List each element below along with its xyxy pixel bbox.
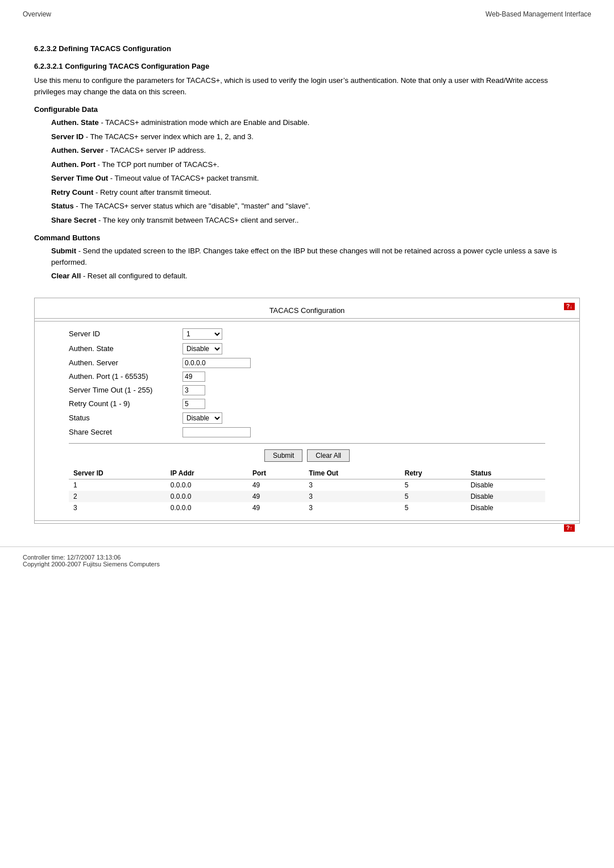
data-item-4-text: - Timeout value of TACACS+ packet transm… — [108, 174, 259, 182]
data-item-7: Share Secret - The key only transmit bet… — [51, 215, 580, 226]
th-port: Port — [248, 468, 304, 479]
table-cell: 3 — [304, 479, 400, 491]
table-cell: 0.0.0.0 — [166, 491, 248, 502]
table-cell: 49 — [248, 491, 304, 502]
th-time-out: Time Out — [304, 468, 400, 479]
command-item-1-bold: Clear All — [51, 272, 81, 280]
command-items-list: Submit - Send the updated screen to the … — [34, 245, 580, 282]
data-item-4-bold: Server Time Out — [51, 174, 108, 182]
form-row-server-timeout: Server Time Out (1 - 255) — [69, 385, 545, 395]
form-row-status: Status Disable Master Slave — [69, 412, 545, 424]
help-icon-bottom[interactable]: ?↑ — [564, 524, 575, 532]
label-authen-port: Authen. Port (1 - 65535) — [69, 372, 182, 381]
label-authen-server: Authen. Server — [69, 358, 182, 367]
table-cell: 5 — [400, 491, 466, 502]
th-server-id: Server ID — [69, 468, 166, 479]
data-item-7-text: - The key only transmit between TACACS+ … — [97, 216, 299, 224]
form-row-share-secret: Share Secret — [69, 427, 545, 437]
data-item-5-bold: Retry Count — [51, 188, 93, 197]
data-item-0: Authen. State - TACACS+ administration m… — [51, 117, 580, 128]
label-authen-state: Authen. State — [69, 344, 182, 353]
data-item-3-bold: Authen. Port — [51, 160, 96, 169]
form-row-authen-port: Authen. Port (1 - 65535) — [69, 372, 545, 382]
header-left: Overview — [23, 10, 51, 18]
input-retry-count[interactable] — [182, 399, 205, 409]
footer-area: Controller time: 12/7/2007 13:13:06 Copy… — [0, 546, 614, 574]
table-cell: Disable — [466, 479, 545, 491]
description-text: Use this menu to configure the parameter… — [34, 75, 580, 97]
table-row: 20.0.0.04935Disable — [69, 491, 545, 502]
config-form: Server ID 1 2 3 Authen. State Disable En… — [35, 322, 579, 520]
data-item-1: Server ID - The TACACS+ server index whi… — [51, 131, 580, 143]
table-cell: 1 — [69, 479, 166, 491]
th-status: Status — [466, 468, 545, 479]
table-cell: 3 — [304, 502, 400, 514]
data-item-1-bold: Server ID — [51, 132, 84, 141]
button-row: Submit Clear All — [69, 449, 545, 462]
data-items-list: Authen. State - TACACS+ administration m… — [34, 117, 580, 226]
table-cell: 5 — [400, 502, 466, 514]
data-item-5-text: - Retry count after transmit timeout. — [93, 188, 211, 197]
label-server-id: Server ID — [69, 329, 182, 338]
data-item-2-text: - TACACS+ server IP address. — [103, 146, 206, 155]
submit-button[interactable]: Submit — [264, 449, 302, 462]
page-header: Overview Web-Based Management Interface — [0, 0, 614, 23]
command-item-0-bold: Submit — [51, 247, 76, 255]
command-item-0: Submit - Send the updated screen to the … — [51, 245, 580, 268]
table-cell: 5 — [400, 479, 466, 491]
table-cell: 3 — [69, 502, 166, 514]
input-authen-server[interactable] — [182, 358, 251, 368]
data-item-5: Retry Count - Retry count after transmit… — [51, 187, 580, 198]
command-item-0-text: - Send the updated screen to the IBP. Ch… — [51, 247, 557, 266]
command-item-1-text: - Reset all configured to default. — [81, 272, 187, 280]
table-cell: 2 — [69, 491, 166, 502]
input-server-timeout[interactable] — [182, 385, 205, 395]
data-item-4: Server Time Out - Timeout value of TACAC… — [51, 173, 580, 184]
form-divider — [69, 443, 545, 444]
label-share-secret: Share Secret — [69, 428, 182, 436]
form-row-authen-server: Authen. Server — [69, 358, 545, 368]
table-row: 30.0.0.04935Disable — [69, 502, 545, 514]
tacacs-config-title: TACACS Configuration — [35, 302, 579, 319]
tacacs-data-table: Server ID IP Addr Port Time Out Retry St… — [69, 468, 545, 514]
table-cell: 0.0.0.0 — [166, 502, 248, 514]
data-item-2: Authen. Server - TACACS+ server IP addre… — [51, 145, 580, 156]
form-row-retry-count: Retry Count (1 - 9) — [69, 399, 545, 409]
data-item-1-text: - The TACACS+ server index which are 1, … — [84, 132, 254, 141]
data-item-3-text: - The TCP port number of TACACS+. — [96, 160, 219, 169]
form-row-server-id: Server ID 1 2 3 — [69, 328, 545, 340]
data-item-6: Status - The TACACS+ server status which… — [51, 201, 580, 212]
bottom-section: ?↑ — [35, 520, 579, 523]
table-cell: 49 — [248, 479, 304, 491]
th-retry: Retry — [400, 468, 466, 479]
data-item-3: Authen. Port - The TCP port number of TA… — [51, 159, 580, 170]
help-icon-top-area: ?↓ — [564, 301, 577, 310]
table-cell: Disable — [466, 502, 545, 514]
page-content: 6.2.3.2 Defining TACACS Configuration 6.… — [0, 23, 614, 535]
label-retry-count: Retry Count (1 - 9) — [69, 399, 182, 408]
label-server-timeout: Server Time Out (1 - 255) — [69, 386, 182, 394]
data-item-0-text: - TACACS+ administration mode which are … — [99, 118, 310, 127]
help-icon-top[interactable]: ?↓ — [564, 303, 575, 310]
select-status[interactable]: Disable Master Slave — [182, 412, 222, 424]
input-authen-port[interactable] — [182, 372, 205, 382]
th-ip-addr: IP Addr — [166, 468, 248, 479]
footer-line2: Copyright 2000-2007 Fujitsu Siemens Comp… — [23, 561, 591, 567]
section2-title: 6.2.3.2.1 Configuring TACACS Configurati… — [34, 62, 580, 70]
select-server-id[interactable]: 1 2 3 — [182, 328, 222, 340]
tacacs-config-section: TACACS Configuration ?↓ Server ID 1 2 3 … — [34, 298, 580, 524]
input-share-secret[interactable] — [182, 427, 251, 437]
clear-all-button[interactable]: Clear All — [307, 449, 350, 462]
table-cell: 0.0.0.0 — [166, 479, 248, 491]
table-header-row: Server ID IP Addr Port Time Out Retry St… — [69, 468, 545, 479]
data-item-6-text: - The TACACS+ server status which are "d… — [74, 202, 310, 210]
command-item-1: Clear All - Reset all configured to defa… — [51, 270, 580, 282]
data-item-2-bold: Authen. Server — [51, 146, 103, 155]
data-item-6-bold: Status — [51, 202, 74, 210]
select-authen-state[interactable]: Disable Enable — [182, 343, 222, 354]
table-row: 10.0.0.04935Disable — [69, 479, 545, 491]
data-item-0-bold: Authen. State — [51, 118, 99, 127]
section1-title: 6.2.3.2 Defining TACACS Configuration — [34, 44, 580, 53]
data-item-7-bold: Share Secret — [51, 216, 97, 224]
command-buttons-label: Command Buttons — [34, 233, 580, 242]
